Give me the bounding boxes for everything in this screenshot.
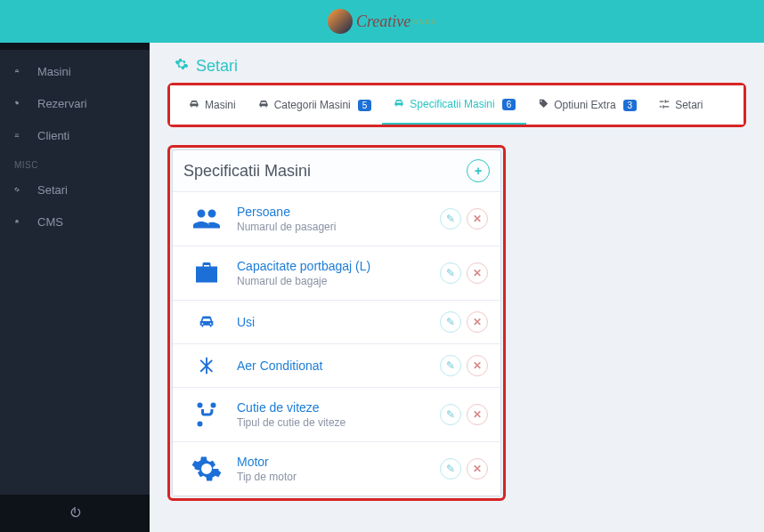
- home-icon: [14, 214, 28, 229]
- brand-logo: Creative ONES: [328, 9, 436, 34]
- pencil-icon: ✎: [446, 463, 455, 475]
- spec-title: Persoane: [237, 205, 440, 219]
- clients-icon: [14, 128, 28, 142]
- edit-button[interactable]: ✎: [440, 208, 461, 230]
- spec-subtitle: Numarul de bagaje: [237, 275, 440, 287]
- tab-badge: 3: [623, 100, 638, 111]
- annotation-highlight: Specificatii Masini + Persoane Numarul d…: [167, 145, 506, 501]
- delete-button[interactable]: ✕: [467, 355, 488, 376]
- sidebar-item-label: Masini: [37, 65, 71, 78]
- edit-button[interactable]: ✎: [440, 458, 461, 480]
- topbar: Creative ONES: [0, 0, 764, 43]
- users-icon: [185, 203, 228, 235]
- spec-subtitle: Numarul de pasageri: [237, 221, 440, 233]
- pencil-icon: ✎: [446, 267, 455, 279]
- logo-mark-icon: [328, 9, 353, 34]
- x-icon: ✕: [473, 213, 482, 225]
- sidebar-section-misc: MISC: [0, 151, 150, 173]
- edit-button[interactable]: ✎: [440, 404, 461, 425]
- sidebar: Masini Rezervari Clienti MISC Setari CMS: [0, 43, 150, 532]
- tab-masini[interactable]: Masini: [177, 87, 247, 124]
- tab-label: Optiuni Extra: [554, 99, 615, 111]
- gear-icon: [185, 453, 228, 485]
- brand-subtext: ONES: [412, 18, 436, 26]
- tab-specificatii[interactable]: Specificatii Masini 6: [382, 86, 526, 125]
- sidebar-item-setari[interactable]: Setari: [0, 173, 150, 206]
- tab-label: Setari: [675, 99, 703, 111]
- car-icon: [14, 64, 28, 78]
- tag-icon: [14, 96, 28, 110]
- tabs: Masini Categorii Masini 5 Specificatii M…: [170, 85, 744, 125]
- tab-label: Categorii Masini: [274, 99, 351, 111]
- sidebar-item-label: Clienti: [37, 129, 69, 142]
- sidebar-item-label: Setari: [37, 183, 68, 197]
- x-icon: ✕: [473, 408, 482, 421]
- pencil-icon: ✎: [446, 359, 455, 372]
- sidebar-footer: [0, 495, 150, 532]
- spec-row: Usi ✎ ✕: [173, 300, 500, 343]
- briefcase-icon: [185, 257, 228, 289]
- delete-button[interactable]: ✕: [467, 458, 488, 480]
- spec-subtitle: Tipul de cutie de viteze: [237, 416, 440, 429]
- delete-button[interactable]: ✕: [467, 262, 488, 284]
- panel-title: Specificatii Masini: [183, 162, 311, 181]
- car-icon: [185, 312, 228, 332]
- car-icon: [188, 98, 200, 113]
- page-title-text: Setari: [196, 57, 238, 76]
- spec-row: Aer Conditionat ✎ ✕: [173, 343, 500, 387]
- snowflake-icon: [185, 356, 228, 375]
- edit-button[interactable]: ✎: [440, 262, 461, 284]
- car-icon: [257, 98, 270, 113]
- x-icon: ✕: [473, 316, 482, 328]
- delete-button[interactable]: ✕: [467, 404, 488, 425]
- edit-button[interactable]: ✎: [440, 311, 461, 333]
- gear-icon: [175, 57, 189, 76]
- x-icon: ✕: [473, 267, 482, 279]
- tab-label: Masini: [205, 99, 236, 111]
- tag-icon: [537, 98, 549, 113]
- sidebar-item-clienti[interactable]: Clienti: [0, 119, 150, 151]
- plus-icon: +: [475, 164, 482, 178]
- spec-row: Capacitate portbagaj (L) Numarul de baga…: [173, 246, 500, 300]
- spec-title: Cutie de viteze: [237, 400, 440, 415]
- sidebar-item-masini[interactable]: Masini: [0, 55, 150, 87]
- tab-categorii[interactable]: Categorii Masini 5: [247, 87, 383, 124]
- x-icon: ✕: [473, 463, 482, 475]
- spec-row: Motor Tip de motor ✎ ✕: [173, 441, 500, 496]
- main-content: Setari Masini Categorii Masini 5 Specifi…: [150, 43, 764, 532]
- add-spec-button[interactable]: +: [467, 159, 490, 182]
- spec-list: Persoane Numarul de pasageri ✎ ✕ Capacit…: [173, 191, 500, 496]
- spec-title: Aer Conditionat: [237, 359, 440, 373]
- spec-panel: Specificatii Masini + Persoane Numarul d…: [172, 149, 501, 496]
- pencil-icon: ✎: [446, 408, 455, 421]
- brand-text: Creative: [356, 12, 410, 31]
- tab-label: Specificatii Masini: [410, 98, 494, 110]
- branch-icon: [185, 399, 228, 431]
- sidebar-item-label: Rezervari: [37, 97, 87, 110]
- spec-title: Motor: [237, 455, 440, 469]
- spec-row: Cutie de viteze Tipul de cutie de viteze…: [173, 387, 500, 441]
- gear-icon: [14, 182, 28, 197]
- annotation-highlight: Masini Categorii Masini 5 Specificatii M…: [167, 83, 746, 127]
- power-icon[interactable]: [68, 505, 82, 522]
- tab-optiuni-extra[interactable]: Optiuni Extra 3: [526, 87, 647, 124]
- car-icon: [393, 97, 405, 112]
- edit-button[interactable]: ✎: [440, 355, 461, 376]
- sidebar-item-label: CMS: [37, 215, 63, 229]
- delete-button[interactable]: ✕: [467, 311, 488, 333]
- tab-setari[interactable]: Setari: [647, 87, 713, 124]
- spec-row: Persoane Numarul de pasageri ✎ ✕: [173, 191, 500, 246]
- sidebar-item-rezervari[interactable]: Rezervari: [0, 87, 150, 119]
- pencil-icon: ✎: [446, 316, 455, 328]
- page-title: Setari: [150, 43, 764, 83]
- x-icon: ✕: [473, 359, 482, 372]
- pencil-icon: ✎: [446, 213, 455, 225]
- delete-button[interactable]: ✕: [467, 208, 488, 230]
- spec-title: Usi: [237, 315, 440, 329]
- sidebar-item-cms[interactable]: CMS: [0, 206, 150, 238]
- tab-badge: 5: [358, 100, 372, 111]
- tab-badge: 6: [502, 99, 516, 110]
- spec-subtitle: Tip de motor: [237, 471, 440, 483]
- sliders-icon: [658, 98, 671, 113]
- spec-title: Capacitate portbagaj (L): [237, 259, 440, 273]
